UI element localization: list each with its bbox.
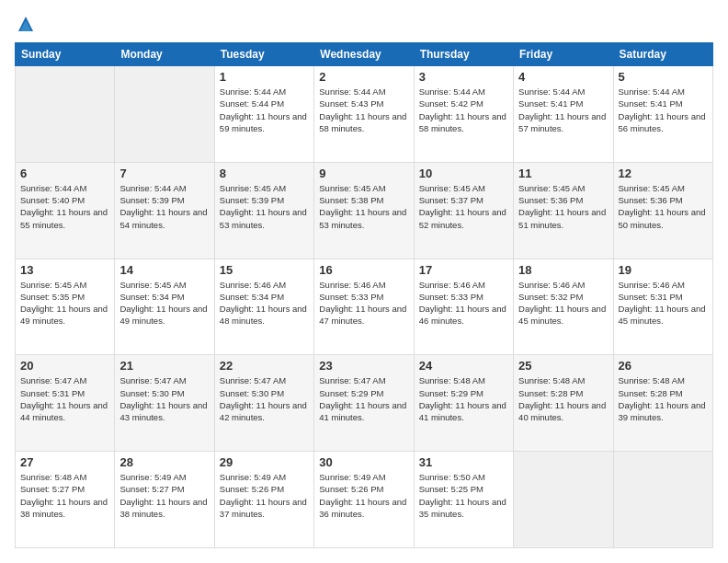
day-info: Sunrise: 5:45 AM Sunset: 5:36 PM Dayligh…: [518, 182, 608, 231]
daylight-label: Daylight: 11 hours and 48 minutes.: [220, 304, 307, 326]
sunset-label: Sunset: 5:26 PM: [220, 484, 284, 494]
day-number: 8: [220, 167, 309, 180]
sunset-label: Sunset: 5:34 PM: [220, 292, 284, 302]
sunrise-label: Sunrise: 5:45 AM: [20, 280, 86, 290]
sunset-label: Sunset: 5:31 PM: [20, 388, 85, 398]
day-info: Sunrise: 5:45 AM Sunset: 5:35 PM Dayligh…: [20, 279, 109, 327]
sunset-label: Sunset: 5:32 PM: [518, 292, 583, 302]
calendar-cell: 15 Sunrise: 5:46 AM Sunset: 5:34 PM Dayl…: [214, 259, 313, 355]
day-number: 20: [20, 359, 109, 373]
sunset-label: Sunset: 5:40 PM: [20, 195, 85, 205]
sunset-label: Sunset: 5:28 PM: [619, 388, 683, 398]
daylight-label: Daylight: 11 hours and 46 minutes.: [419, 304, 506, 326]
calendar-cell: 3 Sunrise: 5:44 AM Sunset: 5:42 PM Dayli…: [414, 66, 513, 163]
day-info: Sunrise: 5:47 AM Sunset: 5:29 PM Dayligh…: [319, 374, 408, 423]
day-number: 11: [518, 167, 608, 180]
sunset-label: Sunset: 5:29 PM: [419, 388, 483, 398]
day-number: 29: [220, 455, 309, 469]
calendar-cell: 23 Sunrise: 5:47 AM Sunset: 5:29 PM Dayl…: [314, 355, 414, 452]
calendar-cell: 5 Sunrise: 5:44 AM Sunset: 5:41 PM Dayli…: [613, 66, 712, 163]
sunset-label: Sunset: 5:27 PM: [119, 484, 184, 494]
calendar-cell: 18 Sunrise: 5:46 AM Sunset: 5:32 PM Dayl…: [514, 259, 613, 355]
day-number: 6: [20, 167, 109, 180]
daylight-label: Daylight: 11 hours and 40 minutes.: [518, 400, 606, 422]
day-number: 1: [220, 70, 309, 84]
day-number: 16: [319, 263, 408, 277]
sunrise-label: Sunrise: 5:45 AM: [518, 183, 585, 193]
sunset-label: Sunset: 5:38 PM: [319, 195, 383, 205]
sunrise-label: Sunrise: 5:45 AM: [619, 183, 685, 193]
day-number: 13: [20, 263, 109, 277]
day-info: Sunrise: 5:45 AM Sunset: 5:39 PM Dayligh…: [220, 182, 309, 231]
day-info: Sunrise: 5:45 AM Sunset: 5:38 PM Dayligh…: [319, 182, 408, 231]
calendar-cell: 19 Sunrise: 5:46 AM Sunset: 5:31 PM Dayl…: [613, 259, 712, 355]
sunrise-label: Sunrise: 5:46 AM: [220, 280, 286, 290]
day-number: 12: [619, 167, 708, 180]
day-info: Sunrise: 5:46 AM Sunset: 5:33 PM Dayligh…: [419, 279, 508, 327]
day-number: 25: [518, 359, 608, 373]
calendar-cell: 13 Sunrise: 5:45 AM Sunset: 5:35 PM Dayl…: [16, 259, 115, 355]
sunset-label: Sunset: 5:41 PM: [518, 98, 583, 109]
calendar-cell: 25 Sunrise: 5:48 AM Sunset: 5:28 PM Dayl…: [514, 355, 613, 452]
day-number: 26: [619, 359, 708, 373]
sunset-label: Sunset: 5:42 PM: [419, 98, 483, 109]
daylight-label: Daylight: 11 hours and 58 minutes.: [319, 111, 406, 133]
calendar-cell: 7 Sunrise: 5:44 AM Sunset: 5:39 PM Dayli…: [115, 162, 214, 259]
daylight-label: Daylight: 11 hours and 47 minutes.: [319, 304, 406, 326]
calendar-cell: 27 Sunrise: 5:48 AM Sunset: 5:27 PM Dayl…: [16, 452, 115, 548]
sunset-label: Sunset: 5:39 PM: [119, 195, 184, 205]
daylight-label: Daylight: 11 hours and 49 minutes.: [20, 304, 108, 326]
sunset-label: Sunset: 5:35 PM: [20, 292, 85, 302]
sunrise-label: Sunrise: 5:47 AM: [119, 375, 186, 385]
sunset-label: Sunset: 5:34 PM: [119, 292, 184, 302]
calendar-week-row: 1 Sunrise: 5:44 AM Sunset: 5:44 PM Dayli…: [16, 66, 713, 163]
calendar-cell: 29 Sunrise: 5:49 AM Sunset: 5:26 PM Dayl…: [214, 452, 313, 548]
calendar-cell: 28 Sunrise: 5:49 AM Sunset: 5:27 PM Dayl…: [115, 452, 214, 548]
sunset-label: Sunset: 5:27 PM: [20, 484, 85, 494]
sunset-label: Sunset: 5:43 PM: [319, 98, 383, 109]
sunrise-label: Sunrise: 5:46 AM: [319, 280, 385, 290]
sunset-label: Sunset: 5:30 PM: [119, 388, 184, 398]
day-info: Sunrise: 5:50 AM Sunset: 5:25 PM Dayligh…: [419, 471, 508, 520]
weekday-header-row: SundayMondayTuesdayWednesdayThursdayFrid…: [16, 43, 713, 66]
day-info: Sunrise: 5:44 AM Sunset: 5:41 PM Dayligh…: [619, 86, 708, 134]
daylight-label: Daylight: 11 hours and 43 minutes.: [119, 400, 207, 422]
daylight-label: Daylight: 11 hours and 57 minutes.: [518, 111, 606, 133]
day-number: 3: [419, 70, 508, 84]
daylight-label: Daylight: 11 hours and 58 minutes.: [419, 111, 506, 133]
calendar-week-row: 27 Sunrise: 5:48 AM Sunset: 5:27 PM Dayl…: [16, 452, 713, 548]
calendar-cell: 8 Sunrise: 5:45 AM Sunset: 5:39 PM Dayli…: [214, 162, 313, 259]
sunrise-label: Sunrise: 5:44 AM: [220, 86, 286, 97]
sunrise-label: Sunrise: 5:48 AM: [619, 375, 685, 385]
calendar-cell: 14 Sunrise: 5:45 AM Sunset: 5:34 PM Dayl…: [115, 259, 214, 355]
sunrise-label: Sunrise: 5:44 AM: [619, 86, 685, 97]
day-info: Sunrise: 5:44 AM Sunset: 5:41 PM Dayligh…: [518, 86, 608, 134]
day-number: 14: [119, 263, 209, 277]
day-number: 10: [419, 167, 508, 180]
day-info: Sunrise: 5:47 AM Sunset: 5:31 PM Dayligh…: [20, 374, 109, 423]
sunrise-label: Sunrise: 5:46 AM: [619, 280, 685, 290]
header: [15, 15, 713, 33]
daylight-label: Daylight: 11 hours and 45 minutes.: [518, 304, 606, 326]
sunrise-label: Sunrise: 5:48 AM: [419, 375, 485, 385]
calendar-cell: 17 Sunrise: 5:46 AM Sunset: 5:33 PM Dayl…: [414, 259, 513, 355]
weekday-header-friday: Friday: [514, 43, 613, 66]
sunrise-label: Sunrise: 5:45 AM: [319, 183, 385, 193]
daylight-label: Daylight: 11 hours and 37 minutes.: [220, 497, 307, 519]
sunrise-label: Sunrise: 5:44 AM: [518, 86, 585, 97]
sunset-label: Sunset: 5:33 PM: [419, 292, 483, 302]
daylight-label: Daylight: 11 hours and 42 minutes.: [220, 400, 307, 422]
sunset-label: Sunset: 5:39 PM: [220, 195, 284, 205]
day-number: 27: [20, 455, 109, 469]
day-info: Sunrise: 5:48 AM Sunset: 5:28 PM Dayligh…: [619, 374, 708, 423]
calendar-cell: 22 Sunrise: 5:47 AM Sunset: 5:30 PM Dayl…: [214, 355, 313, 452]
sunset-label: Sunset: 5:41 PM: [619, 98, 683, 109]
day-info: Sunrise: 5:46 AM Sunset: 5:32 PM Dayligh…: [518, 279, 608, 327]
day-info: Sunrise: 5:46 AM Sunset: 5:34 PM Dayligh…: [220, 279, 309, 327]
day-info: Sunrise: 5:46 AM Sunset: 5:33 PM Dayligh…: [319, 279, 408, 327]
day-info: Sunrise: 5:47 AM Sunset: 5:30 PM Dayligh…: [119, 374, 209, 423]
sunrise-label: Sunrise: 5:46 AM: [419, 280, 485, 290]
sunrise-label: Sunrise: 5:47 AM: [20, 375, 86, 385]
day-info: Sunrise: 5:44 AM Sunset: 5:43 PM Dayligh…: [319, 86, 408, 134]
day-info: Sunrise: 5:46 AM Sunset: 5:31 PM Dayligh…: [619, 279, 708, 327]
